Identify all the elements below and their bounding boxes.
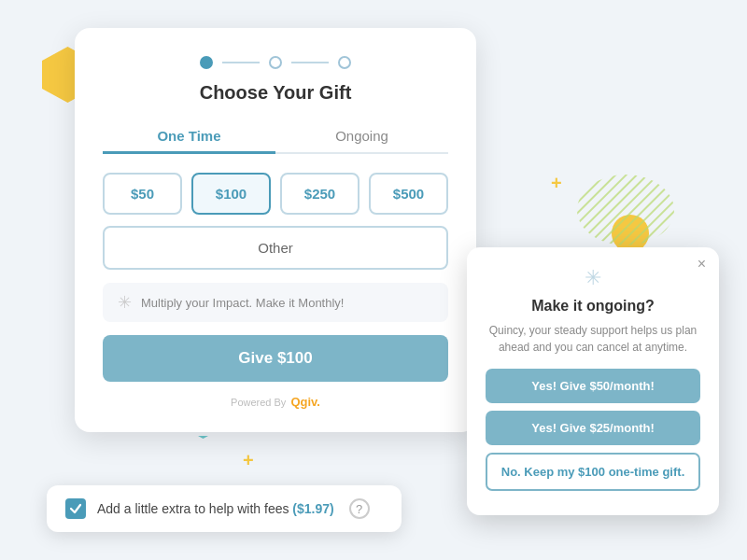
- popup-close-button[interactable]: ×: [698, 257, 706, 272]
- amount-btn-50[interactable]: $50: [103, 173, 182, 215]
- stripes-decoration: [574, 173, 677, 247]
- step-1: [200, 56, 213, 69]
- qgiv-logo: Qgiv.: [290, 395, 320, 409]
- promo-text: Multiply your Impact. Make it Monthly!: [141, 296, 344, 310]
- progress-steps: [103, 56, 448, 69]
- monthly-promo: ✳ Multiply your Impact. Make it Monthly!: [103, 283, 448, 322]
- tabs: One Time Ongoing: [103, 120, 448, 154]
- main-card: Choose Your Gift One Time Ongoing $50 $1…: [75, 28, 476, 432]
- give-button-amount: $100: [277, 349, 313, 367]
- fees-label: Add a little extra to help with fees ($1…: [97, 501, 334, 516]
- step-3: [338, 56, 351, 69]
- fees-row: Add a little extra to help with fees ($1…: [47, 485, 402, 532]
- fees-amount: ($1.97): [292, 501, 333, 516]
- step-line-2: [291, 62, 329, 63]
- give-button-prefix: Give: [238, 349, 277, 367]
- plus-decoration-3: +: [243, 450, 254, 471]
- plus-decoration-2: +: [551, 173, 562, 194]
- popup-description: Quincy, your steady support helps us pla…: [486, 322, 700, 356]
- tab-one-time[interactable]: One Time: [103, 120, 275, 154]
- step-2: [269, 56, 282, 69]
- popup-title: Make it ongoing?: [486, 298, 700, 315]
- amount-btn-500[interactable]: $500: [369, 173, 448, 215]
- tab-ongoing[interactable]: Ongoing: [275, 120, 448, 154]
- amount-grid: $50 $100 $250 $500: [103, 173, 448, 215]
- other-button[interactable]: Other: [103, 226, 448, 270]
- popup-btn-50[interactable]: Yes! Give $50/month!: [486, 369, 700, 403]
- amount-btn-250[interactable]: $250: [280, 173, 359, 215]
- fees-text: Add a little extra to help with fees: [97, 501, 292, 516]
- popup-modal: × ✳ Make it ongoing? Quincy, your steady…: [467, 247, 719, 515]
- step-line-1: [222, 62, 260, 63]
- fees-checkbox[interactable]: [65, 498, 86, 519]
- promo-icon: ✳: [118, 292, 132, 313]
- popup-btn-keep[interactable]: No. Keep my $100 one-time gift.: [486, 453, 700, 491]
- amount-btn-100[interactable]: $100: [191, 173, 271, 215]
- popup-btn-25[interactable]: Yes! Give $25/month!: [486, 411, 700, 445]
- popup-icon: ✳: [486, 266, 700, 290]
- card-title: Choose Your Gift: [103, 82, 448, 104]
- powered-by: Powered By Qgiv.: [103, 395, 448, 409]
- powered-by-label: Powered By: [231, 397, 286, 408]
- help-icon[interactable]: ?: [349, 498, 370, 519]
- svg-point-1: [577, 175, 674, 245]
- give-button[interactable]: Give $100: [103, 335, 448, 382]
